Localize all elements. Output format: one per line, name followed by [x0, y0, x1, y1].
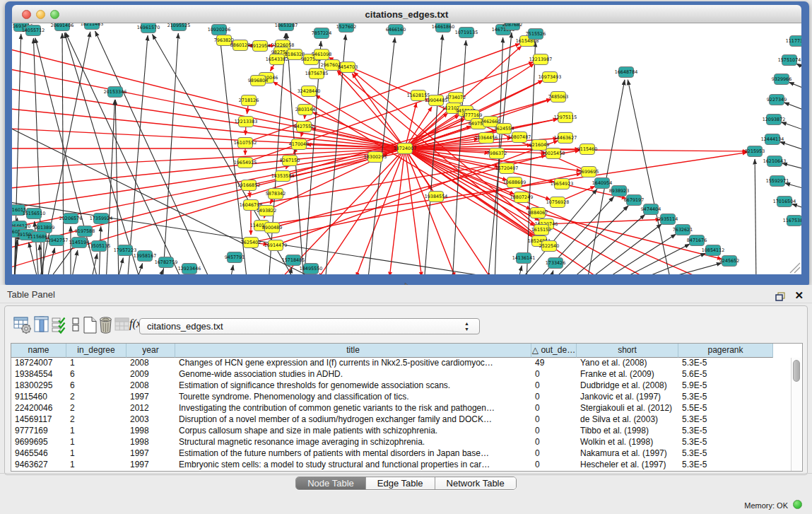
table-row[interactable]: 1830029562008Estimation of significance … [11, 380, 773, 392]
graph-node[interactable]: 10653287 [275, 23, 298, 31]
window-titlebar[interactable]: citations_edges.txt [12, 5, 801, 23]
graph-node[interactable]: 1493822 [257, 206, 276, 216]
graph-node[interactable]: 16782759 [155, 257, 178, 268]
graph-node[interactable]: 8454703 [338, 62, 358, 73]
graph-node[interactable]: 2935114 [658, 214, 678, 225]
table-row[interactable]: 2242004622012Investigating the contribut… [11, 403, 773, 414]
graph-node[interactable]: 7515526 [526, 29, 546, 40]
graph-node[interactable]: 4170040 [289, 139, 309, 150]
graph-node[interactable]: 8471676 [687, 235, 707, 246]
column-header-year[interactable]: year [126, 344, 175, 358]
graph-node[interactable]: 8860128 [230, 40, 250, 51]
tab-node-table[interactable]: Node Table [296, 477, 366, 489]
graph-node[interactable]: 20691406 [51, 23, 74, 31]
graph-node[interactable]: 14463627 [554, 133, 577, 144]
graph-node[interactable]: 8267150 [280, 156, 300, 166]
graph-node[interactable]: 2087682 [502, 23, 522, 30]
column-header-out_degree[interactable]: △ out_de… [531, 344, 577, 358]
table-row[interactable]: 969969511998Structural magnetic resonanc… [11, 437, 773, 448]
graph-node[interactable]: 21095525 [167, 23, 191, 31]
graph-node[interactable]: 9457791 [225, 252, 245, 263]
column-header-in_degree[interactable]: in_degree [66, 344, 126, 358]
graph-node[interactable]: 13505135 [88, 241, 111, 252]
graph-node[interactable]: 15592971 [766, 176, 789, 187]
graph-node[interactable]: 3624554 [494, 124, 514, 134]
table-row[interactable]: 1938455462009Genome-wide association stu… [11, 369, 773, 380]
network-view-canvas[interactable]: 1872400711628155199044856734072112102209… [12, 23, 801, 274]
graph-node[interactable]: 9115460 [577, 144, 597, 155]
graph-node[interactable]: 11177377 [786, 36, 801, 47]
graph-node[interactable]: 20206576 [59, 214, 83, 224]
graph-node[interactable]: 10807487 [508, 132, 531, 143]
table-selector-combobox[interactable]: citations_edges.txt ▲▼ [139, 318, 480, 334]
scrollbar-thumb[interactable] [793, 360, 800, 382]
graph-node[interactable]: 7986372 [487, 148, 507, 159]
graph-node[interactable]: 1527602 [336, 23, 356, 33]
graph-node[interactable]: 8900489 [262, 223, 282, 233]
table-row[interactable]: 1872400712008Changes of HCN gene express… [11, 358, 773, 369]
graph-node[interactable]: 16210643 [763, 156, 787, 167]
graph-node[interactable]: 9699695 [579, 167, 599, 177]
graph-node[interactable]: 7625402 [241, 238, 261, 248]
graph-node[interactable]: 9896804 [248, 76, 268, 86]
graph-node[interactable]: 18756785 [305, 69, 329, 79]
graph-node[interactable]: 16648784 [615, 67, 638, 78]
graph-node[interactable]: 2718126 [239, 95, 259, 106]
graph-node[interactable]: 16961570 [137, 23, 160, 33]
graph-node[interactable]: 19654923 [551, 179, 574, 189]
graph-node[interactable]: 9245652 [719, 256, 739, 267]
graph-node[interactable]: 2803144 [295, 105, 315, 115]
column-header-short[interactable]: short [577, 344, 678, 358]
graph-node[interactable]: 16461860 [432, 23, 455, 33]
graph-node[interactable]: 7632621 [673, 225, 693, 235]
graph-node[interactable]: 5878342 [266, 189, 286, 199]
graph-node[interactable]: 9227349 [767, 95, 787, 105]
graph-node[interactable]: 10719135 [455, 28, 478, 38]
column-header-name[interactable]: name [11, 344, 66, 358]
graph-node[interactable]: 9329966 [772, 74, 792, 85]
vertical-scrollbar[interactable] [791, 358, 801, 471]
graph-node[interactable]: 10854112 [702, 245, 725, 256]
graph-node[interactable]: 1640954 [592, 178, 612, 189]
table-row[interactable]: 1456911722003Disruption of a novel membe… [11, 414, 773, 426]
graph-node[interactable]: 19654925 [234, 158, 257, 168]
select-all-check-icon[interactable] [50, 316, 69, 334]
table-row[interactable]: 946554611997Estimation of the future num… [11, 448, 773, 460]
float-panel-icon[interactable] [775, 291, 785, 300]
column-header-title[interactable]: title [175, 344, 531, 358]
graph-node[interactable]: 11675385 [783, 216, 801, 226]
graph-node[interactable]: 9474404 [641, 204, 661, 215]
graph-node[interactable]: 16914479 [264, 240, 288, 251]
graph-node[interactable]: 2522540 [539, 241, 559, 252]
graph-node[interactable]: 14136141 [512, 253, 536, 264]
graph-node[interactable]: 8912954 [250, 41, 270, 52]
graph-node[interactable]: 8938923 [609, 186, 629, 197]
graph-node[interactable]: 5461098 [312, 49, 331, 60]
close-panel-icon[interactable]: ✕ [794, 289, 804, 302]
table-row[interactable]: 946362711997Embryonic stem cells: a mode… [11, 460, 773, 471]
graph-node[interactable]: 12975115 [554, 112, 577, 123]
column-settings-icon[interactable] [33, 316, 52, 334]
resize-grip[interactable] [790, 263, 800, 273]
graph-node[interactable]: 12923446 [178, 264, 201, 274]
graph-node[interactable]: 12213987 [529, 54, 553, 65]
table-settings-icon[interactable] [13, 316, 32, 334]
tab-edge-table[interactable]: Edge Table [366, 477, 435, 489]
table-row[interactable]: 977716911998Corpus callosum shape and si… [11, 426, 773, 437]
table-row[interactable]: 911546021997Tourette syndrome. Phenomeno… [11, 392, 773, 403]
tab-network-table[interactable]: Network Table [435, 477, 516, 489]
column-header-pagerank[interactable]: pagerank [678, 344, 773, 358]
graph-node[interactable]: 7485063 [548, 92, 568, 103]
graph-node[interactable]: 7857224 [312, 28, 331, 39]
graph-node[interactable]: 18211463 [81, 23, 104, 30]
delete-icon[interactable] [97, 316, 115, 334]
graph-node[interactable]: 1615152 [531, 225, 551, 235]
graph-node[interactable]: 1145194 [69, 238, 89, 248]
graph-node[interactable]: 12093872 [763, 115, 786, 125]
graph-node[interactable]: 17016504 [773, 197, 796, 207]
graph-node[interactable]: 9884067 [528, 208, 548, 218]
graph-node[interactable]: 6679197 [624, 195, 644, 206]
graph-node[interactable]: 9197588 [75, 226, 95, 237]
graph-node[interactable]: 8427552 [294, 122, 314, 132]
graph-node[interactable]: 10920206 [208, 25, 231, 35]
